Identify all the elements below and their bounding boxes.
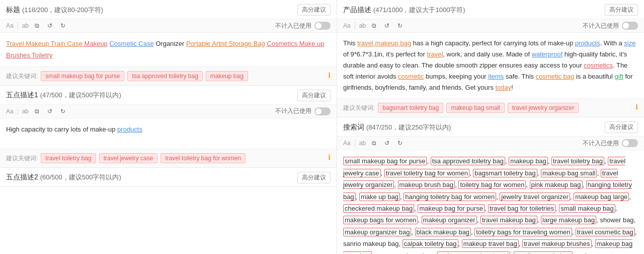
pd-font-ab: ab — [359, 22, 366, 29]
desc1-section-title: 五点描述1 (47/500，建议500字符以内) — [6, 91, 121, 100]
pd-text-2: has a high capacity, perfect for carryin… — [411, 39, 575, 47]
title-high-score-btn[interactable]: 高分建议 — [297, 4, 331, 16]
desc1-not-in-use-toggle[interactable] — [314, 107, 331, 115]
desc1-font-aa: Aa — [6, 108, 14, 115]
pd-text-8: bumps, keeping your — [424, 73, 488, 80]
sw-copy-btn[interactable]: ⧉ — [370, 139, 378, 148]
title-info-icon[interactable]: ℹ — [328, 71, 331, 79]
sw-tag-29: travel cosmetic bag — [576, 228, 635, 236]
sw-tag-17: makeup bag large — [574, 193, 629, 201]
title-toolbar: Aa ab ⧉ ↺ ↻ 不计入已使用 — [0, 19, 337, 33]
desc2-section-title: 五点描述2 (60/500，建议500字符以内) — [6, 173, 121, 182]
search-content[interactable]: small makeup bag for purse, tsa approved… — [337, 150, 644, 254]
sw-tag-15: hanging toiletry bag for women — [404, 193, 496, 201]
product-desc-high-score-btn[interactable]: 高分建议 — [605, 4, 638, 16]
sw-tag-25: large makeup bag — [541, 216, 596, 224]
pd-text-4: of 9*6.7*3.1in, it's perfect for — [343, 50, 427, 58]
desc1-copy-btn[interactable]: ⧉ — [33, 107, 41, 116]
toolbar-sep1 — [18, 22, 18, 29]
sw-tag-19: makeup bag for purse — [418, 204, 484, 213]
search-section-header: 搜索词 (847/250，建议250字符以内) 高分建议 — [337, 117, 644, 136]
product-desc-title: 产品描述 (471/1000，建议大于1000字符) — [343, 6, 465, 15]
desc1-keyword-2[interactable]: travel jewelry case — [99, 153, 158, 163]
title-text-8: Cosmetics — [267, 40, 297, 47]
copy-btn[interactable]: ⧉ — [33, 21, 41, 30]
sw-tag-24: travel makeup bag — [480, 216, 537, 224]
desc1-keyword-area: 建议关键词: travel toiletry bag travel jewelr… — [0, 149, 337, 167]
sw-tag-11: toiletry bag for women — [458, 180, 526, 189]
undo-btn[interactable]: ↺ — [45, 21, 54, 30]
sw-tag-7: bagsmart toiletry bag — [473, 169, 537, 177]
sw-tag-18: checkered makeup bag — [343, 204, 414, 213]
pd-undo-btn[interactable]: ↺ — [382, 21, 391, 30]
pd-keyword-2[interactable]: makeup bag small — [446, 103, 504, 113]
title-keyword-1[interactable]: small makeup bag for purse — [41, 71, 124, 81]
desc1-info-icon[interactable]: ℹ — [328, 153, 331, 161]
desc1-keyword-3[interactable]: travel toiletry bag for women — [160, 153, 246, 163]
not-in-use-toggle[interactable] — [314, 22, 331, 30]
title-content[interactable]: Travel Makeup Train Case Makeup Cosmetic… — [0, 33, 337, 67]
desc1-not-in-use-label: 不计入已使用 — [275, 107, 331, 115]
sw-redo-btn[interactable]: ↻ — [395, 139, 405, 148]
desc1-section-header: 五点描述1 (47/500，建议500字符以内) 高分建议 — [0, 86, 337, 104]
title-keyword-label: 建议关键词: — [6, 72, 38, 81]
sw-tag-35: small cosmetic bag — [514, 251, 573, 254]
sw-tag-8: makeup bag small — [541, 169, 597, 177]
search-high-score-btn[interactable]: 高分建议 — [605, 121, 638, 133]
pd-link-4: travel — [427, 50, 443, 58]
pd-link-7: cosmetic — [398, 73, 424, 80]
sw-tag-6: travel toiletry bag for women — [384, 169, 469, 177]
pd-info-icon[interactable]: ℹ — [635, 103, 638, 111]
sw-tag-26: makeup organizer bag — [343, 228, 411, 236]
sw-tag-10: makeup brush bag — [398, 180, 455, 189]
title-section-header: 标题 (118/200，建议80-200字符) 高分建议 — [0, 0, 337, 19]
title-section-title: 标题 (118/200，建议80-200字符) — [6, 6, 103, 15]
title-text-1: Travel Makeup Train Case — [6, 40, 85, 47]
pd-sep1 — [355, 22, 355, 29]
pd-link-2: products — [575, 39, 600, 47]
product-desc-header: 产品描述 (471/1000，建议大于1000字符) 高分建议 — [337, 0, 644, 19]
desc1-link: products — [117, 125, 142, 133]
desc2-high-score-btn[interactable]: 高分建议 — [297, 172, 331, 183]
sw-not-in-use-label: 不计入已使用 — [583, 139, 638, 148]
pd-keyword-3[interactable]: travel jewelry organizer — [508, 103, 579, 113]
sw-font-aa: Aa — [343, 140, 351, 147]
pd-copy-btn[interactable]: ⧉ — [370, 21, 378, 30]
title-keyword-3[interactable]: makeup bag — [206, 71, 248, 81]
sw-undo-btn[interactable]: ↺ — [382, 139, 391, 148]
sw-not-in-use-toggle[interactable] — [622, 139, 638, 147]
pd-not-in-use-label: 不计入已使用 — [583, 22, 638, 30]
desc1-content[interactable]: High capacity to carry lots of make-up p… — [0, 118, 337, 149]
sw-sep1 — [355, 140, 355, 147]
pd-text-5: , work, and daily use. Made of — [443, 50, 531, 58]
search-section-title: 搜索词 (847/250，建议250字符以内) — [343, 123, 451, 132]
sw-tag-2: tsa approved toiletry bag — [431, 157, 505, 165]
sw-tag-14: make up bag — [359, 193, 400, 201]
sw-tag-21: small makeup bag — [559, 204, 615, 213]
pd-text-3: . With a — [600, 39, 624, 47]
desc1-keyword-1[interactable]: travel toiletry bag — [41, 153, 96, 163]
sw-tag-12: pink makeup bag — [530, 180, 583, 189]
pd-not-in-use-toggle[interactable] — [622, 22, 638, 30]
title-text-6: Portable Artist Storage Bag — [186, 40, 265, 47]
desc1-font-ab: ab — [22, 108, 29, 115]
sw-tag-22: makeup bags for women — [343, 216, 418, 224]
desc1-undo-btn[interactable]: ↺ — [45, 107, 54, 116]
product-desc-content[interactable]: This travel makeup bag has a high capaci… — [337, 33, 644, 98]
product-desc-section: 产品描述 (471/1000，建议大于1000字符) 高分建议 Aa ab ⧉ … — [337, 0, 644, 117]
pd-link-9: cosmetic bag — [536, 73, 575, 80]
pd-redo-btn[interactable]: ↻ — [395, 21, 405, 30]
title-section: 标题 (118/200，建议80-200字符) 高分建议 Aa ab ⧉ ↺ ↻… — [0, 0, 337, 86]
pd-text-12: ! — [511, 84, 513, 91]
pd-keyword-1[interactable]: bagsmart toiletry bag — [378, 103, 443, 113]
sw-tag-4: travel toiletry bag — [551, 157, 604, 165]
sw-tag-20: travel bag for toiletries — [488, 204, 555, 213]
desc1-section: 五点描述1 (47/500，建议500字符以内) 高分建议 Aa ab ⧉ ↺ … — [0, 86, 337, 168]
product-desc-keyword-area: 建议关键词: bagsmart toiletry bag makeup bag … — [337, 98, 644, 117]
title-keyword-2[interactable]: tsa approved toiletry bag — [127, 71, 202, 81]
title-keyword-area: 建议关键词: small makeup bag for purse tsa ap… — [0, 67, 337, 85]
desc1-high-score-btn[interactable]: 高分建议 — [297, 90, 331, 101]
desc1-redo-btn[interactable]: ↻ — [58, 107, 67, 116]
sw-tag-1: small makeup bag for purse — [343, 157, 427, 165]
redo-btn[interactable]: ↻ — [58, 21, 67, 30]
